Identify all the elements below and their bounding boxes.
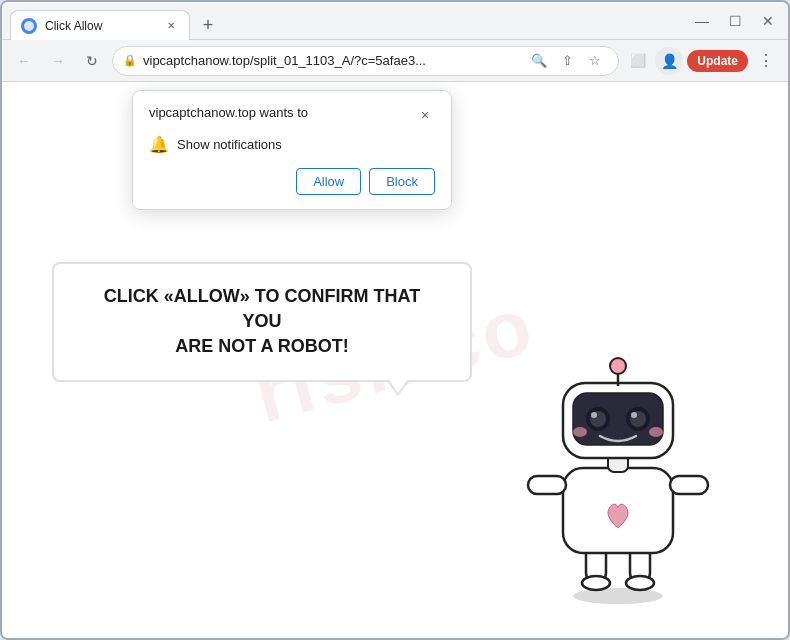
active-tab[interactable]: Click Allow ✕ xyxy=(10,10,190,40)
popup-permission-row: 🔔 Show notifications xyxy=(149,135,435,154)
bubble-text: CLICK «ALLOW» TO CONFIRM THAT YOU ARE NO… xyxy=(84,284,440,360)
popup-header: vipcaptchanow.top wants to × xyxy=(149,105,435,125)
forward-button[interactable]: → xyxy=(44,47,72,75)
svg-point-0 xyxy=(24,21,34,31)
search-icon[interactable]: 🔍 xyxy=(526,48,552,74)
robot-illustration xyxy=(508,328,728,608)
new-tab-button[interactable]: + xyxy=(194,11,222,39)
bell-icon: 🔔 xyxy=(149,135,169,154)
share-icon[interactable]: ⇧ xyxy=(554,48,580,74)
svg-point-20 xyxy=(573,427,587,437)
svg-point-4 xyxy=(582,576,610,590)
lock-icon: 🔒 xyxy=(123,54,137,67)
bookmark-icon[interactable]: ☆ xyxy=(582,48,608,74)
reload-button[interactable]: ↻ xyxy=(78,47,106,75)
minimize-button[interactable]: — xyxy=(689,11,715,31)
popup-close-button[interactable]: × xyxy=(415,105,435,125)
speech-bubble: CLICK «ALLOW» TO CONFIRM THAT YOU ARE NO… xyxy=(52,262,472,382)
url-bar[interactable]: 🔒 vipcaptchanow.top/split_01_1103_A/?c=5… xyxy=(112,46,619,76)
maximize-button[interactable]: ☐ xyxy=(723,11,748,31)
window-controls: — ☐ ✕ xyxy=(689,11,780,31)
toolbar-right: ⬜ 👤 Update ⋮ xyxy=(625,47,780,75)
bubble-line1: CLICK «ALLOW» TO CONFIRM THAT YOU xyxy=(104,286,420,331)
allow-button[interactable]: Allow xyxy=(296,168,361,195)
tab-strip: Click Allow ✕ + xyxy=(10,2,689,39)
tab-close-button[interactable]: ✕ xyxy=(163,18,179,34)
update-button[interactable]: Update xyxy=(687,50,748,72)
robot-svg xyxy=(508,328,728,608)
address-bar: ← → ↻ 🔒 vipcaptchanow.top/split_01_1103_… xyxy=(2,40,788,82)
block-button[interactable]: Block xyxy=(369,168,435,195)
svg-point-11 xyxy=(610,358,626,374)
url-actions: 🔍 ⇧ ☆ xyxy=(526,48,608,74)
title-bar: Click Allow ✕ + — ☐ ✕ xyxy=(2,2,788,40)
popup-permission-text: Show notifications xyxy=(177,137,282,152)
back-button[interactable]: ← xyxy=(10,47,38,75)
bubble-line2: ARE NOT A ROBOT! xyxy=(175,336,349,356)
tab-favicon xyxy=(21,18,37,34)
menu-button[interactable]: ⋮ xyxy=(752,47,780,75)
browser-window: Click Allow ✕ + — ☐ ✕ ← → ↻ 🔒 vipcaptcha… xyxy=(0,0,790,640)
popup-site-text: vipcaptchanow.top wants to xyxy=(149,105,308,120)
url-text: vipcaptchanow.top/split_01_1103_A/?c=5af… xyxy=(143,53,520,68)
tab-title: Click Allow xyxy=(45,19,155,33)
svg-point-18 xyxy=(591,412,597,418)
profile-button[interactable]: 👤 xyxy=(655,47,683,75)
close-button[interactable]: ✕ xyxy=(756,11,780,31)
notification-popup: vipcaptchanow.top wants to × 🔔 Show noti… xyxy=(132,90,452,210)
svg-point-21 xyxy=(649,427,663,437)
cast-icon[interactable]: ⬜ xyxy=(625,48,651,74)
svg-point-19 xyxy=(631,412,637,418)
page-content: risk.co vipcaptchanow.top wants to × 🔔 S… xyxy=(2,82,788,638)
svg-point-1 xyxy=(573,588,663,604)
svg-rect-7 xyxy=(528,476,566,494)
popup-actions: Allow Block xyxy=(149,168,435,195)
svg-rect-8 xyxy=(670,476,708,494)
svg-point-5 xyxy=(626,576,654,590)
